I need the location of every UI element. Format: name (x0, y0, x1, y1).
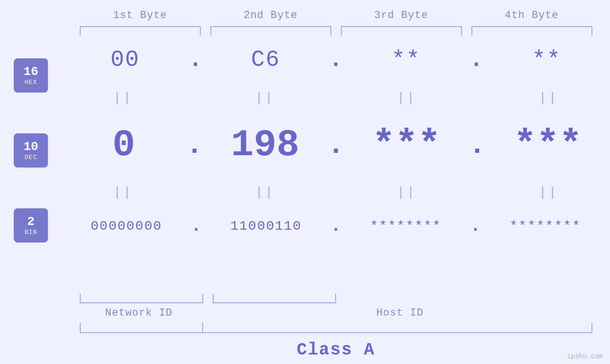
bin-b3-value: ******** (370, 219, 441, 233)
id-labels-container: Network ID Host ID (75, 307, 597, 323)
hex-badge-label: HEX (25, 79, 37, 86)
values-grid: 00 . C6 . ** . ** || || (62, 38, 610, 291)
hex-b1-value: 00 (111, 47, 140, 73)
watermark: ipshu.com (567, 353, 603, 360)
byte1-header: 1st Byte (75, 9, 206, 21)
bin-dot3: . (470, 218, 481, 235)
badges-column: 16 HEX 10 DEC 2 BIN (0, 38, 62, 291)
hex-b3-value: ** (392, 47, 421, 73)
dec-row: 0 . 198 . *** . *** (62, 123, 610, 167)
bin-b3-cell: ******** (341, 219, 470, 233)
hex-badge-number: 16 (23, 65, 38, 78)
sep-row-2: || || || || (62, 185, 610, 200)
bin-badge-label: BIN (25, 229, 37, 236)
dec-dot2: . (327, 131, 344, 159)
bracket-b4 (471, 26, 592, 36)
dec-dot3: . (469, 131, 486, 159)
hex-row: 00 . C6 . ** . ** (62, 47, 610, 73)
hex-dot1: . (188, 48, 202, 71)
dec-b4-value: *** (514, 123, 582, 167)
byte4-header: 4th Byte (467, 9, 597, 21)
sep2-b2: || (204, 185, 327, 200)
sep2-b3: || (346, 185, 469, 200)
network-id-label: Network ID (75, 307, 203, 319)
hex-b4-value: ** (532, 47, 562, 73)
dec-badge: 10 DEC (14, 133, 48, 168)
sep2-b1: || (62, 185, 185, 200)
main-area: 16 HEX 10 DEC 2 BIN 00 . C6 (0, 38, 610, 291)
hex-b2-cell: C6 (202, 47, 329, 73)
host-id-label: Host ID (203, 307, 597, 319)
bracket-b3 (341, 26, 462, 36)
sep1-b2: || (204, 91, 327, 105)
dec-dot1: . (186, 131, 203, 159)
bin-b4-value: ******** (510, 219, 581, 233)
bin-b1-value: 00000000 (91, 219, 162, 233)
sep2-b4: || (487, 185, 610, 200)
bin-b2-cell: 11000110 (201, 219, 331, 233)
bin-brk-b1 (80, 294, 203, 303)
sep-row-1: || || || || (62, 91, 610, 105)
sep1-b3: || (346, 91, 469, 105)
dec-b1-value: 0 (113, 123, 135, 167)
hex-b3-cell: ** (343, 47, 469, 73)
bin-badge-number: 2 (27, 215, 35, 228)
bracket-b2 (210, 26, 331, 36)
bottom-bin-brackets (75, 294, 597, 303)
full-bracket-container (75, 323, 597, 333)
bin-b4-cell: ******** (480, 219, 610, 233)
bin-dot2: . (331, 218, 341, 235)
main-container: 1st Byte 2nd Byte 3rd Byte 4th Byte 16 H… (0, 0, 610, 364)
bracket-b1 (80, 26, 201, 36)
host-id-bracket (203, 323, 597, 333)
dec-b3-value: *** (372, 123, 441, 167)
class-label-row: Class A (75, 336, 597, 364)
class-label: Class A (297, 340, 375, 360)
bin-b2-value: 11000110 (230, 219, 301, 233)
hex-b2-value: C6 (251, 47, 281, 73)
hex-dot2: . (329, 48, 343, 71)
dec-b2-value: 198 (231, 123, 300, 167)
dec-b2-cell: 198 (203, 123, 328, 167)
bin-badge: 2 BIN (14, 208, 48, 243)
bin-dot1: . (191, 218, 202, 235)
sep1-b4: || (487, 91, 610, 105)
byte3-header: 3rd Byte (336, 9, 467, 21)
sep1-b1: || (62, 91, 185, 105)
byte2-header: 2nd Byte (206, 9, 336, 21)
bin-row: 00000000 . 11000110 . ******** . *******… (62, 218, 610, 235)
hex-b1-cell: 00 (62, 47, 188, 73)
top-brackets (75, 26, 597, 36)
dec-b3-cell: *** (345, 123, 469, 167)
hex-badge: 16 HEX (14, 58, 48, 93)
network-id-bracket (75, 323, 203, 333)
hex-dot3: . (469, 48, 483, 71)
byte-headers-row: 1st Byte 2nd Byte 3rd Byte 4th Byte (75, 9, 597, 21)
hex-b4-cell: ** (483, 47, 610, 73)
dec-b1-cell: 0 (62, 123, 186, 167)
dec-badge-label: DEC (25, 154, 37, 161)
dec-badge-number: 10 (23, 140, 38, 153)
bin-brk-b2 (213, 294, 336, 303)
dec-b4-cell: *** (486, 123, 610, 167)
bin-b1-cell: 00000000 (62, 219, 191, 233)
